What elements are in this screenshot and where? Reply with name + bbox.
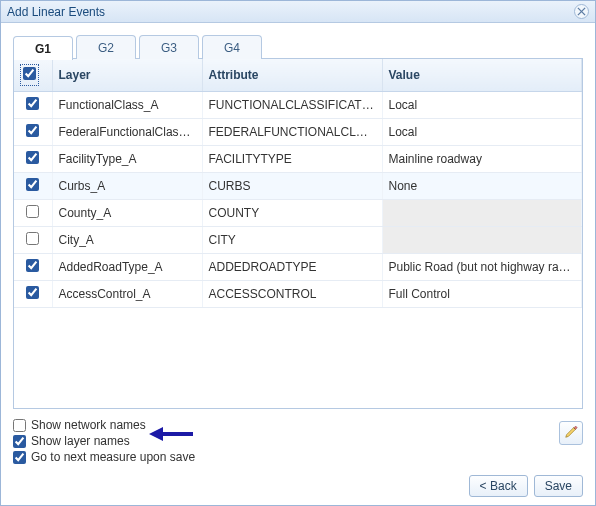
cell-attribute: CITY [202, 227, 382, 254]
row-checkbox[interactable] [26, 178, 39, 191]
cell-layer: FederalFunctionalClass_A [52, 119, 202, 146]
tab-label: G1 [35, 42, 51, 56]
row-checkbox-cell [14, 281, 52, 308]
header-value[interactable]: Value [382, 59, 582, 92]
events-grid: Layer Attribute Value FunctionalClass_AF… [14, 59, 582, 308]
pencil-icon [564, 425, 578, 442]
close-icon [577, 7, 586, 16]
table-row[interactable]: AccessControl_AACCESSCONTROLFull Control [14, 281, 582, 308]
table-row[interactable]: FunctionalClass_AFUNCTIONALCLASSIFICATIO… [14, 92, 582, 119]
option-show-layer-names: Show layer names [13, 433, 583, 449]
tab-label: G2 [98, 41, 114, 55]
cell-value[interactable]: None [382, 173, 582, 200]
edit-button[interactable] [559, 421, 583, 445]
go-next-measure-checkbox[interactable] [13, 451, 26, 464]
tab-label: G4 [224, 41, 240, 55]
row-checkbox[interactable] [26, 205, 39, 218]
tab-g4[interactable]: G4 [202, 35, 262, 59]
titlebar: Add Linear Events [1, 1, 595, 23]
row-checkbox-cell [14, 119, 52, 146]
row-checkbox-cell [14, 92, 52, 119]
table-row[interactable]: FacilityType_AFACILITYTYPEMainline roadw… [14, 146, 582, 173]
header-layer[interactable]: Layer [52, 59, 202, 92]
cell-attribute: FUNCTIONALCLASSIFICATION [202, 92, 382, 119]
row-checkbox[interactable] [26, 232, 39, 245]
show-layer-names-label[interactable]: Show layer names [31, 433, 130, 449]
cell-layer: FacilityType_A [52, 146, 202, 173]
cell-value[interactable]: Mainline roadway [382, 146, 582, 173]
cell-value[interactable]: Local [382, 92, 582, 119]
table-row[interactable]: Curbs_ACURBSNone [14, 173, 582, 200]
tab-g2[interactable]: G2 [76, 35, 136, 59]
show-network-names-label[interactable]: Show network names [31, 417, 146, 433]
header-attribute[interactable]: Attribute [202, 59, 382, 92]
cell-value[interactable]: Local [382, 119, 582, 146]
cell-value [382, 200, 582, 227]
table-row[interactable]: County_ACOUNTY [14, 200, 582, 227]
option-show-network-names: Show network names [13, 417, 583, 433]
grid-scroll[interactable]: Layer Attribute Value FunctionalClass_AF… [14, 59, 582, 408]
cell-attribute: CURBS [202, 173, 382, 200]
cell-attribute: ACCESSCONTROL [202, 281, 382, 308]
cell-value[interactable]: Full Control [382, 281, 582, 308]
window-title: Add Linear Events [7, 5, 574, 19]
show-layer-names-checkbox[interactable] [13, 435, 26, 448]
back-button[interactable]: < Back [469, 475, 528, 497]
tabpanel: Layer Attribute Value FunctionalClass_AF… [13, 58, 583, 409]
cell-attribute: COUNTY [202, 200, 382, 227]
cell-layer: FunctionalClass_A [52, 92, 202, 119]
cell-value[interactable]: Public Road (but not highway ramp) [382, 254, 582, 281]
cell-layer: AddedRoadType_A [52, 254, 202, 281]
row-checkbox[interactable] [26, 259, 39, 272]
header-checkbox-focus [20, 64, 39, 86]
row-checkbox[interactable] [26, 151, 39, 164]
row-checkbox-cell [14, 146, 52, 173]
row-checkbox-cell [14, 254, 52, 281]
cell-layer: County_A [52, 200, 202, 227]
cell-value [382, 227, 582, 254]
cell-attribute: FEDERALFUNCTIONALCLASS [202, 119, 382, 146]
row-checkbox-cell [14, 173, 52, 200]
select-all-checkbox[interactable] [23, 67, 36, 80]
tab-g3[interactable]: G3 [139, 35, 199, 59]
cell-layer: City_A [52, 227, 202, 254]
row-checkbox-cell [14, 200, 52, 227]
cell-layer: Curbs_A [52, 173, 202, 200]
cell-layer: AccessControl_A [52, 281, 202, 308]
row-checkbox-cell [14, 227, 52, 254]
go-next-measure-label[interactable]: Go to next measure upon save [31, 449, 195, 465]
table-row[interactable]: City_ACITY [14, 227, 582, 254]
table-row[interactable]: AddedRoadType_AADDEDROADTYPEPublic Road … [14, 254, 582, 281]
tab-g1[interactable]: G1 [13, 36, 73, 60]
row-checkbox[interactable] [26, 97, 39, 110]
tabstrip: G1G2G3G4 [13, 35, 583, 59]
header-checkbox-cell [14, 59, 52, 92]
tab-label: G3 [161, 41, 177, 55]
row-checkbox[interactable] [26, 124, 39, 137]
button-row: < Back Save [13, 465, 583, 497]
cell-attribute: FACILITYTYPE [202, 146, 382, 173]
row-checkbox[interactable] [26, 286, 39, 299]
content: G1G2G3G4 Layer [1, 23, 595, 505]
save-button[interactable]: Save [534, 475, 583, 497]
cell-attribute: ADDEDROADTYPE [202, 254, 382, 281]
table-row[interactable]: FederalFunctionalClass_AFEDERALFUNCTIONA… [14, 119, 582, 146]
show-network-names-checkbox[interactable] [13, 419, 26, 432]
options-area: Show network names Show layer names Go t… [13, 413, 583, 465]
option-go-next-measure: Go to next measure upon save [13, 449, 583, 465]
close-button[interactable] [574, 4, 589, 19]
dialog-add-linear-events: Add Linear Events G1G2G3G4 [0, 0, 596, 506]
